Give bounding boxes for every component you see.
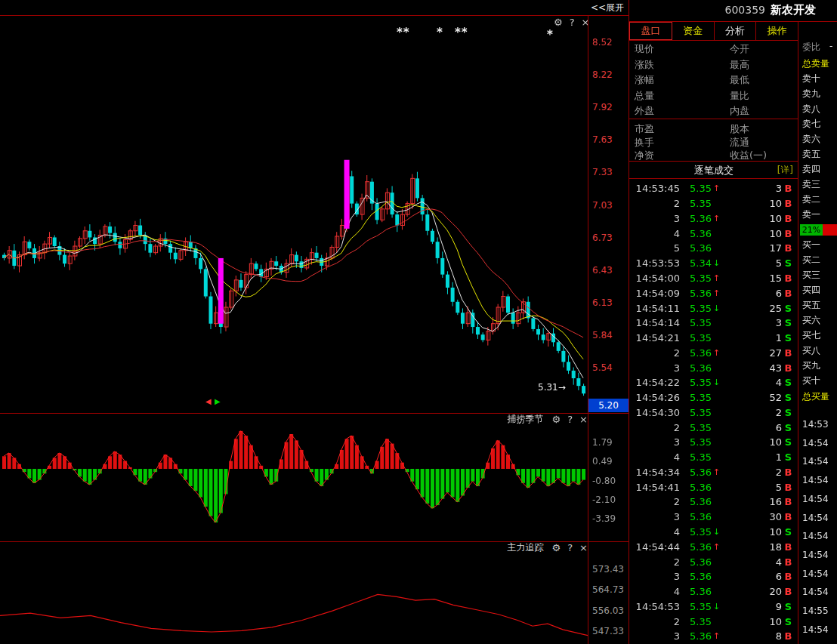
time-cell: 14:54 <box>802 513 829 523</box>
buy-level-label: 买二 <box>802 254 820 267</box>
quote-label: 今开 <box>730 42 749 56</box>
time-cell: 14:54 <box>802 569 829 579</box>
trade-row: 35.3510S <box>633 435 795 450</box>
divider <box>0 541 629 542</box>
indicator2-axis-label: 547.33 <box>592 626 624 636</box>
quote-tabs: 盘口资金分析操作 <box>629 22 798 40</box>
tab-分析[interactable]: 分析 <box>715 22 757 40</box>
indicator1-axis-label: -0.80 <box>592 476 616 486</box>
indicator2-title: 主力追踪 <box>508 541 544 554</box>
buy-level-label: 买八 <box>802 344 820 357</box>
help-icon[interactable]: ? <box>567 414 573 425</box>
tab-盘口[interactable]: 盘口 <box>629 22 672 40</box>
quote-label: 股本 <box>730 122 749 136</box>
buy-level-label: 买五 <box>802 299 820 312</box>
indicator1-histogram-canvas[interactable] <box>0 425 588 541</box>
trade-row: 25.356S <box>633 420 795 435</box>
trade-row: 35.36↑10B <box>633 211 795 226</box>
buy-level-label: 买四 <box>802 284 820 297</box>
price-axis-label: 6.73 <box>592 233 613 243</box>
quote-label: 净资 <box>635 149 654 162</box>
quote-label: 涨幅 <box>635 73 654 87</box>
indicator2-axis-label: 564.73 <box>592 584 624 595</box>
trade-row: 14:54:215.351S <box>633 331 795 346</box>
trade-row: 14:54:005.35↑15B <box>633 271 795 286</box>
trade-row: 25.3510S <box>633 614 795 629</box>
settings-icon[interactable]: ⚙ <box>552 414 561 425</box>
indicator1-axis-label: -2.10 <box>592 495 616 505</box>
star-marker: ** <box>397 26 410 39</box>
sell-level-label: 卖五 <box>802 148 820 161</box>
price-axis-label: 6.13 <box>592 297 613 308</box>
ratio-red-segment <box>823 224 837 236</box>
price-axis-label: 7.03 <box>592 200 613 211</box>
help-icon[interactable]: ? <box>567 542 573 553</box>
stock-trading-app: <<展开 ⚙ ? × ****** 8.528.227.927.637.337.… <box>0 0 837 644</box>
tab-操作[interactable]: 操作 <box>756 22 798 40</box>
trade-row: 55.3617B <box>633 241 795 256</box>
stock-code: 600359 <box>725 4 765 16</box>
price-axis-label: 7.92 <box>592 102 613 112</box>
help-icon[interactable]: ? <box>570 17 575 28</box>
close-icon[interactable]: × <box>579 542 588 553</box>
tick-trade-title: 逐笔成交 <box>633 164 795 177</box>
trade-row: 35.3630B <box>633 510 795 525</box>
current-price-badge: 5.20 <box>588 399 629 412</box>
buy-sell-ratio-bar: 21% <box>800 224 837 236</box>
time-cell: 14:54 <box>802 475 829 485</box>
trade-row: 45.351S <box>633 450 795 465</box>
indicator1-axis-label: -3.39 <box>592 513 616 524</box>
settings-icon[interactable]: ⚙ <box>554 17 563 28</box>
tab-资金[interactable]: 资金 <box>672 22 715 40</box>
trade-row: 35.36↑8B <box>633 629 795 644</box>
expand-collapse-button[interactable]: <<展开 <box>591 2 624 14</box>
divider <box>629 119 798 119</box>
quote-label: 外盘 <box>635 104 654 118</box>
quote-label: 换手 <box>635 136 654 149</box>
sell-level-label: 卖十 <box>802 72 820 85</box>
indicator2-line-canvas[interactable] <box>0 553 588 644</box>
price-axis-label: 8.22 <box>592 69 613 80</box>
tick-trade-header: 逐笔成交 [详] <box>633 164 795 177</box>
weibi-value: - <box>829 41 832 51</box>
sell-level-label: 卖九 <box>802 88 820 100</box>
time-cell: 14:54 <box>802 438 829 448</box>
divider <box>629 178 798 179</box>
divider <box>629 0 629 644</box>
buy-level-label: 买六 <box>802 314 820 327</box>
trade-row: 14:54:415.365B <box>633 479 795 495</box>
tick-trade-list[interactable]: 14:53:455.35↑3B25.3510B35.36↑10B45.3610B… <box>633 181 795 644</box>
trade-row: 14:54:445.36↑18B <box>633 539 795 554</box>
indicator1-icons: ⚙ ? × <box>552 414 588 425</box>
settings-icon[interactable]: ⚙ <box>552 542 561 553</box>
quote-label: 最高 <box>730 58 749 72</box>
price-axis-label: 5.54 <box>592 362 613 373</box>
total-sell-label: 总卖量 <box>802 57 829 70</box>
trade-row: 45.3610B <box>633 226 795 241</box>
close-icon[interactable]: × <box>579 414 588 425</box>
buy-level-label: 买九 <box>802 359 820 372</box>
indicator1-axis-label: 0.49 <box>592 456 613 467</box>
main-candlestick-chart-canvas[interactable] <box>0 15 588 413</box>
trade-row: 25.36↑27B <box>633 345 795 360</box>
trade-row: 35.366B <box>633 569 795 584</box>
trade-row: 45.3620B <box>633 584 795 599</box>
total-buy-label: 总买量 <box>802 390 829 403</box>
buy-level-label: 买三 <box>802 269 820 282</box>
weibi-label: 委比 <box>802 41 820 54</box>
star-marker: ** <box>455 26 468 39</box>
quote-label: 现价 <box>635 42 654 56</box>
price-axis-label: 8.52 <box>592 37 613 48</box>
tick-trade-detail-link[interactable]: [详] <box>777 164 793 177</box>
time-cell: 14:55 <box>802 605 829 616</box>
divider <box>588 15 588 644</box>
trade-row: 25.3510B <box>633 196 795 211</box>
quote-label: 收益(一) <box>730 149 767 162</box>
star-marker: * <box>437 26 443 39</box>
quote-label: 内盘 <box>730 104 749 118</box>
buy-level-label: 买七 <box>802 329 820 342</box>
divider <box>0 15 629 16</box>
price-axis-label: 7.33 <box>592 167 613 177</box>
quote-label: 流通 <box>730 136 749 149</box>
trade-row: 14:54:535.35↓9S <box>633 599 795 614</box>
